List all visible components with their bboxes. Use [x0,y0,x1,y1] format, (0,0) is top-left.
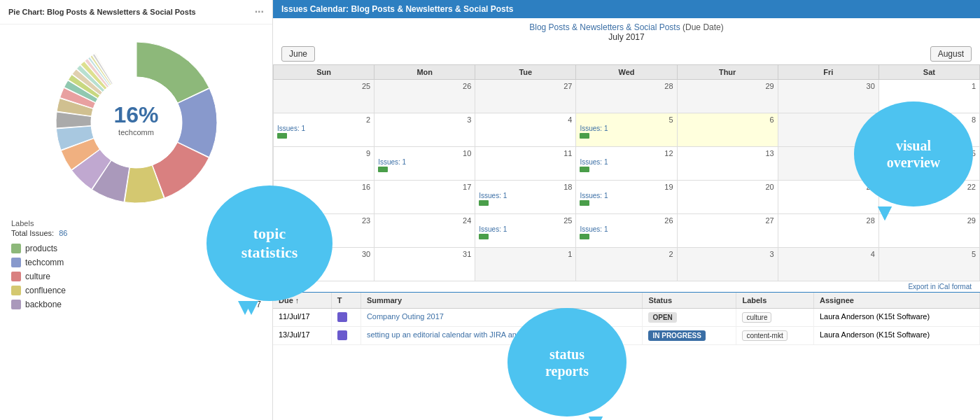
issue-summary-link[interactable]: Company Outing 2017 [367,312,444,321]
calendar-day-cell: 2 [576,248,677,281]
issue-type-icon [337,312,347,322]
calendar-day-number: 1 [479,250,572,258]
label-color-swatch [11,300,21,309]
calendar-day-header: Sun [274,65,374,80]
calendar-day-number: 29 [883,216,976,225]
calendar-issue-bar [378,167,388,172]
calendar-day-number: 8 [883,115,976,124]
pie-chart-title: Pie Chart: Blog Posts & Newsletters & So… [8,8,196,16]
calendar-day-cell: 18Issues: 1 [475,181,576,214]
pie-chart-container: 16% techcomm [0,24,272,214]
issues-table-header: Due ↑TSummaryStatusLabelsAssignee [273,293,980,309]
issue-due-date: 11/Jul/17 [273,309,331,327]
calendar-day-cell: 11 [475,147,576,181]
calendar-day-number: 18 [479,183,572,191]
calendar-day-cell [778,113,878,147]
calendar-issue-link[interactable]: Issues: 1 [479,225,507,233]
calendar-day-number: 22 [883,183,976,191]
label-row: techcomm14 [11,255,261,270]
label-name: products [25,244,57,253]
pie-center-percent: 16% [113,102,158,128]
calendar-day-cell: 9 [274,147,374,181]
calendar-day-header: Thur [677,65,778,80]
calendar-day-number: 2 [277,115,370,124]
issues-column-header: T [331,293,360,309]
calendar-issue-link[interactable]: Issues: 1 [378,158,406,166]
calendar-day-cell: 29 [677,80,778,113]
calendar-issue-link[interactable]: Issues: 1 [580,125,608,132]
calendar-day-cell: 6 [677,113,778,147]
labels-heading: Labels [11,219,261,227]
calendar-issue-bar [277,133,287,139]
calendar-day-cell: 5Issues: 1 [576,113,677,147]
calendar-day-cell: 19Issues: 1 [576,181,677,214]
calendar-day-cell: 24 [374,214,475,248]
next-month-button[interactable]: August [930,46,972,62]
calendar-day-cell: 26 [374,80,475,113]
calendar-day-number: 13 [681,149,774,158]
label-count: 14 [252,258,261,267]
calendar-day-number: 27 [681,216,774,225]
calendar-day-number: 30 [782,82,875,90]
table-row: 11/Jul/17Company Outing 2017OPENcultureL… [273,309,980,327]
prev-month-button[interactable]: June [281,46,315,62]
label-row: products18 [11,241,261,255]
calendar-day-cell: 16 [274,181,374,214]
calendar-day-header: Fri [778,65,878,80]
calendar-issue-link[interactable]: Issues: 1 [580,158,608,166]
calendar-day-number: 3 [681,250,774,258]
calendar-day-cell: 8 [878,113,979,147]
issues-column-header[interactable]: Due ↑ [273,293,331,309]
calendar-day-header: Sat [878,65,979,80]
label-name: culture [25,272,50,281]
calendar-table: SunMonTueWedThurFriSat 25262728293012Iss… [273,64,980,281]
label-count: 12 [252,272,261,281]
issues-table-body: 11/Jul/17Company Outing 2017OPENcultureL… [273,309,980,345]
calendar-title-link[interactable]: Blog Posts & Newsletters & Social Posts … [529,22,723,32]
calendar-day-number: 2 [580,250,673,258]
calendar-day-cell: 30 [778,80,878,113]
calendar-week-row: 161718Issues: 119Issues: 1202122 [274,181,980,214]
total-issues: Total Issues: 86 [11,229,261,237]
calendar-week-row: 2526272829301 [274,80,980,113]
calendar-day-number: 27 [479,82,572,90]
calendar-issue-link[interactable]: Issues: 1 [580,225,608,233]
calendar-day-cell: 22 [878,181,979,214]
calendar-day-number: 20 [681,183,774,191]
pie-menu-button[interactable]: ··· [255,6,264,18]
pie-chart-header: Pie Chart: Blog Posts & Newsletters & So… [0,0,272,24]
issue-label-cell: culture [736,309,814,327]
table-row: 13/Jul/17setting up an editorial calenda… [273,327,980,345]
calendar-issue-bar [580,200,589,206]
calendar-days-header: SunMonTueWedThurFriSat [274,65,980,80]
calendar-day-number: 6 [681,115,774,124]
label-name: techcomm [25,258,64,267]
calendar-day-number: 15 [883,149,976,158]
issue-summary-cell: Company Outing 2017 [360,309,643,327]
status-badge: IN PROGRESS [648,330,705,341]
calendar-day-number: 5 [580,115,673,124]
calendar-issue-link[interactable]: Issues: 1 [580,192,608,200]
issues-section: Due ↑TSummaryStatusLabelsAssignee 11/Jul… [273,292,980,420]
calendar-day-number: 19 [580,183,673,191]
calendar-issue-link[interactable]: Issues: 1 [277,125,305,132]
calendar-day-number: 26 [378,82,471,90]
calendar-issue-link[interactable]: Issues: 1 [479,192,507,200]
total-label: Total Issues: [11,229,54,237]
total-count-link[interactable]: 86 [59,229,67,237]
issues-column-header: Summary [360,293,643,309]
label-count: 8 [256,286,261,295]
right-panel-inner: Issues Calendar: Blog Posts & Newsletter… [273,0,980,420]
calendar-day-number: 10 [378,149,471,158]
label-row: culture12 [11,270,261,284]
calendar-day-cell: 30 [274,248,374,281]
issue-status-cell: OPEN [643,309,736,327]
export-ical-link[interactable]: Export in iCal format [273,281,980,292]
label-count: 18 [252,244,261,253]
issue-summary-link[interactable]: setting up an editorial calendar with JI… [367,330,562,339]
calendar-issue-bar [479,200,489,206]
left-panel: Pie Chart: Blog Posts & Newsletters & So… [0,0,273,420]
calendar-day-number: 16 [277,183,370,191]
label-color-swatch [11,286,21,295]
calendar-day-cell: 1 [475,248,576,281]
